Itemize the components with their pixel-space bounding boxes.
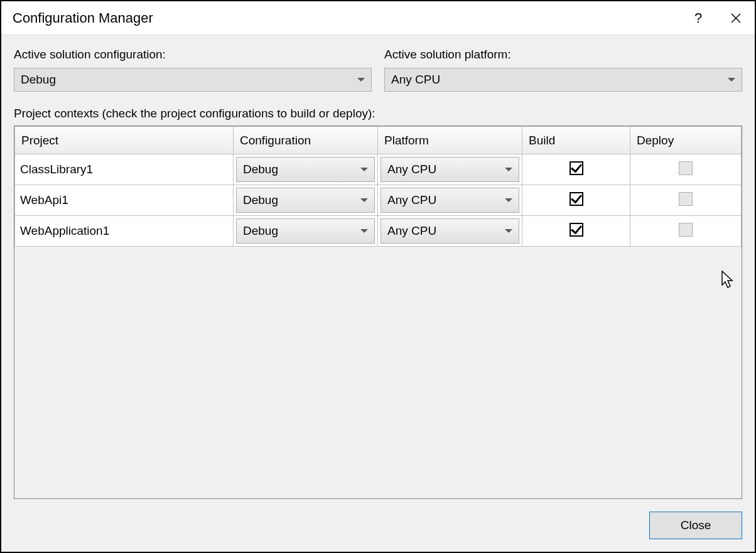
chevron-down-icon [505, 168, 512, 171]
chevron-down-icon [360, 229, 368, 233]
titlebar: Configuration Manager ? [1, 1, 755, 35]
deploy-checkbox [679, 223, 693, 237]
active-platform-value: Any CPU [391, 73, 440, 87]
project-grid: Project Configuration Platform Build Dep… [14, 126, 742, 247]
active-config-value: Debug [21, 73, 56, 87]
close-button[interactable]: Close [649, 512, 742, 539]
platform-value: Any CPU [387, 224, 436, 238]
help-button[interactable]: ? [679, 1, 717, 35]
active-config-label: Active solution configuration: [14, 48, 372, 62]
platform-combo[interactable]: Any CPU [381, 218, 519, 244]
project-cell: WebApi1 [15, 185, 234, 216]
configuration-value: Debug [243, 224, 278, 238]
project-grid-container: Project Configuration Platform Build Dep… [14, 126, 742, 499]
window-title: Configuration Manager [13, 10, 679, 26]
close-window-button[interactable] [717, 1, 755, 35]
dialog-footer: Close [1, 512, 755, 552]
chevron-down-icon [360, 168, 368, 171]
active-config-combo[interactable]: Debug [14, 68, 372, 92]
help-icon: ? [694, 10, 702, 26]
col-configuration[interactable]: Configuration [234, 127, 378, 154]
configuration-combo[interactable]: Debug [236, 218, 375, 244]
build-checkbox[interactable] [570, 223, 583, 237]
table-row: WebApplication1DebugAny CPU [15, 216, 742, 247]
configuration-value: Debug [243, 163, 278, 176]
build-checkbox[interactable] [570, 192, 583, 206]
project-contexts-label: Project contexts (check the project conf… [14, 107, 742, 121]
build-checkbox[interactable] [570, 161, 583, 175]
chevron-down-icon [728, 78, 735, 82]
col-deploy[interactable]: Deploy [630, 127, 742, 154]
deploy-checkbox [679, 192, 693, 206]
col-project[interactable]: Project [15, 127, 234, 154]
configuration-combo[interactable]: Debug [236, 157, 375, 182]
table-row: WebApi1DebugAny CPU [15, 185, 742, 216]
configuration-manager-dialog: Configuration Manager ? Active solution … [0, 0, 756, 553]
configuration-value: Debug [243, 193, 278, 207]
platform-combo[interactable]: Any CPU [381, 188, 519, 213]
col-platform[interactable]: Platform [378, 127, 522, 154]
platform-combo[interactable]: Any CPU [381, 157, 519, 182]
close-icon [730, 13, 742, 24]
table-row: ClassLibrary1DebugAny CPU [15, 154, 742, 185]
configuration-combo[interactable]: Debug [236, 188, 375, 213]
chevron-down-icon [505, 229, 512, 233]
deploy-checkbox [679, 161, 693, 175]
project-cell: WebApplication1 [15, 216, 234, 247]
active-platform-combo[interactable]: Any CPU [384, 68, 742, 92]
chevron-down-icon [357, 78, 365, 82]
dialog-content: Active solution configuration: Debug Act… [1, 35, 755, 512]
chevron-down-icon [505, 198, 512, 202]
project-cell: ClassLibrary1 [15, 154, 234, 185]
col-build[interactable]: Build [522, 127, 630, 154]
platform-value: Any CPU [387, 193, 436, 207]
platform-value: Any CPU [387, 163, 436, 176]
active-platform-label: Active solution platform: [384, 48, 742, 62]
chevron-down-icon [360, 198, 368, 202]
